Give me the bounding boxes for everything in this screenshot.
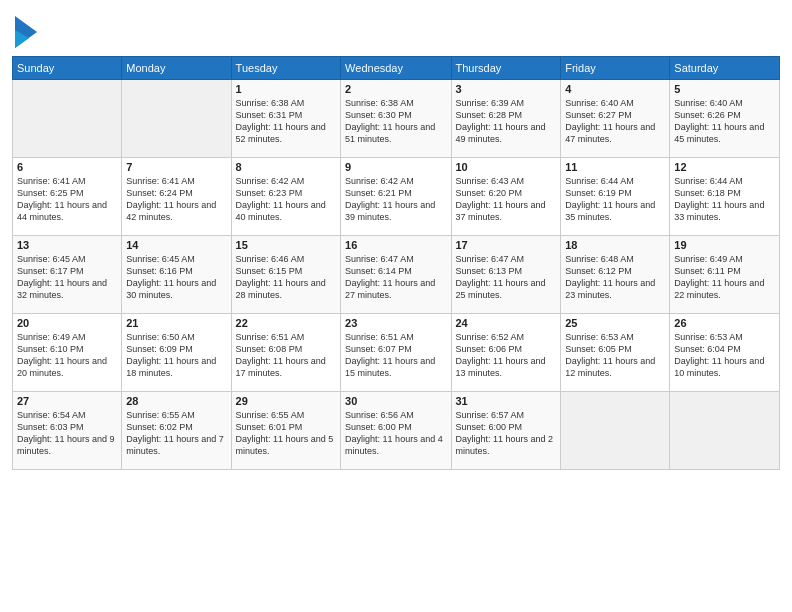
calendar-week-row: 20Sunrise: 6:49 AM Sunset: 6:10 PM Dayli… xyxy=(13,314,780,392)
calendar-cell: 28Sunrise: 6:55 AM Sunset: 6:02 PM Dayli… xyxy=(122,392,231,470)
day-info: Sunrise: 6:56 AM Sunset: 6:00 PM Dayligh… xyxy=(345,409,446,458)
weekday-header-row: SundayMondayTuesdayWednesdayThursdayFrid… xyxy=(13,57,780,80)
day-info: Sunrise: 6:45 AM Sunset: 6:17 PM Dayligh… xyxy=(17,253,117,302)
weekday-header-sunday: Sunday xyxy=(13,57,122,80)
calendar-cell: 2Sunrise: 6:38 AM Sunset: 6:30 PM Daylig… xyxy=(341,80,451,158)
day-number: 24 xyxy=(456,317,557,329)
header xyxy=(12,10,780,48)
calendar-cell xyxy=(561,392,670,470)
day-info: Sunrise: 6:55 AM Sunset: 6:02 PM Dayligh… xyxy=(126,409,226,458)
calendar-cell: 25Sunrise: 6:53 AM Sunset: 6:05 PM Dayli… xyxy=(561,314,670,392)
calendar-cell: 10Sunrise: 6:43 AM Sunset: 6:20 PM Dayli… xyxy=(451,158,561,236)
day-info: Sunrise: 6:45 AM Sunset: 6:16 PM Dayligh… xyxy=(126,253,226,302)
weekday-header-tuesday: Tuesday xyxy=(231,57,341,80)
day-info: Sunrise: 6:46 AM Sunset: 6:15 PM Dayligh… xyxy=(236,253,337,302)
day-number: 28 xyxy=(126,395,226,407)
weekday-header-wednesday: Wednesday xyxy=(341,57,451,80)
day-info: Sunrise: 6:42 AM Sunset: 6:23 PM Dayligh… xyxy=(236,175,337,224)
day-number: 9 xyxy=(345,161,446,173)
day-number: 17 xyxy=(456,239,557,251)
day-number: 7 xyxy=(126,161,226,173)
calendar-week-row: 27Sunrise: 6:54 AM Sunset: 6:03 PM Dayli… xyxy=(13,392,780,470)
day-number: 3 xyxy=(456,83,557,95)
weekday-header-saturday: Saturday xyxy=(670,57,780,80)
day-number: 10 xyxy=(456,161,557,173)
calendar-cell: 12Sunrise: 6:44 AM Sunset: 6:18 PM Dayli… xyxy=(670,158,780,236)
day-number: 22 xyxy=(236,317,337,329)
day-info: Sunrise: 6:48 AM Sunset: 6:12 PM Dayligh… xyxy=(565,253,665,302)
day-number: 29 xyxy=(236,395,337,407)
calendar-cell: 26Sunrise: 6:53 AM Sunset: 6:04 PM Dayli… xyxy=(670,314,780,392)
calendar-cell: 20Sunrise: 6:49 AM Sunset: 6:10 PM Dayli… xyxy=(13,314,122,392)
weekday-header-monday: Monday xyxy=(122,57,231,80)
day-info: Sunrise: 6:43 AM Sunset: 6:20 PM Dayligh… xyxy=(456,175,557,224)
weekday-header-thursday: Thursday xyxy=(451,57,561,80)
calendar-cell: 24Sunrise: 6:52 AM Sunset: 6:06 PM Dayli… xyxy=(451,314,561,392)
day-info: Sunrise: 6:41 AM Sunset: 6:24 PM Dayligh… xyxy=(126,175,226,224)
day-info: Sunrise: 6:57 AM Sunset: 6:00 PM Dayligh… xyxy=(456,409,557,458)
day-number: 16 xyxy=(345,239,446,251)
calendar-cell: 15Sunrise: 6:46 AM Sunset: 6:15 PM Dayli… xyxy=(231,236,341,314)
day-info: Sunrise: 6:49 AM Sunset: 6:11 PM Dayligh… xyxy=(674,253,775,302)
day-number: 25 xyxy=(565,317,665,329)
day-number: 14 xyxy=(126,239,226,251)
day-info: Sunrise: 6:42 AM Sunset: 6:21 PM Dayligh… xyxy=(345,175,446,224)
weekday-header-friday: Friday xyxy=(561,57,670,80)
day-info: Sunrise: 6:52 AM Sunset: 6:06 PM Dayligh… xyxy=(456,331,557,380)
calendar-cell: 16Sunrise: 6:47 AM Sunset: 6:14 PM Dayli… xyxy=(341,236,451,314)
page-container: SundayMondayTuesdayWednesdayThursdayFrid… xyxy=(0,0,792,478)
calendar-cell: 29Sunrise: 6:55 AM Sunset: 6:01 PM Dayli… xyxy=(231,392,341,470)
day-info: Sunrise: 6:55 AM Sunset: 6:01 PM Dayligh… xyxy=(236,409,337,458)
calendar-cell: 23Sunrise: 6:51 AM Sunset: 6:07 PM Dayli… xyxy=(341,314,451,392)
day-info: Sunrise: 6:53 AM Sunset: 6:05 PM Dayligh… xyxy=(565,331,665,380)
calendar-cell: 11Sunrise: 6:44 AM Sunset: 6:19 PM Dayli… xyxy=(561,158,670,236)
day-number: 30 xyxy=(345,395,446,407)
day-number: 1 xyxy=(236,83,337,95)
calendar-cell: 31Sunrise: 6:57 AM Sunset: 6:00 PM Dayli… xyxy=(451,392,561,470)
day-info: Sunrise: 6:38 AM Sunset: 6:30 PM Dayligh… xyxy=(345,97,446,146)
calendar-cell: 22Sunrise: 6:51 AM Sunset: 6:08 PM Dayli… xyxy=(231,314,341,392)
day-number: 18 xyxy=(565,239,665,251)
day-info: Sunrise: 6:41 AM Sunset: 6:25 PM Dayligh… xyxy=(17,175,117,224)
day-info: Sunrise: 6:51 AM Sunset: 6:07 PM Dayligh… xyxy=(345,331,446,380)
calendar-cell: 13Sunrise: 6:45 AM Sunset: 6:17 PM Dayli… xyxy=(13,236,122,314)
day-number: 6 xyxy=(17,161,117,173)
logo-icon xyxy=(15,16,37,48)
day-number: 27 xyxy=(17,395,117,407)
calendar-cell: 4Sunrise: 6:40 AM Sunset: 6:27 PM Daylig… xyxy=(561,80,670,158)
calendar-week-row: 1Sunrise: 6:38 AM Sunset: 6:31 PM Daylig… xyxy=(13,80,780,158)
day-info: Sunrise: 6:40 AM Sunset: 6:27 PM Dayligh… xyxy=(565,97,665,146)
day-number: 31 xyxy=(456,395,557,407)
day-number: 11 xyxy=(565,161,665,173)
day-info: Sunrise: 6:40 AM Sunset: 6:26 PM Dayligh… xyxy=(674,97,775,146)
calendar-cell: 6Sunrise: 6:41 AM Sunset: 6:25 PM Daylig… xyxy=(13,158,122,236)
day-number: 4 xyxy=(565,83,665,95)
calendar-cell: 18Sunrise: 6:48 AM Sunset: 6:12 PM Dayli… xyxy=(561,236,670,314)
logo xyxy=(12,14,37,48)
day-number: 20 xyxy=(17,317,117,329)
day-number: 26 xyxy=(674,317,775,329)
calendar-week-row: 13Sunrise: 6:45 AM Sunset: 6:17 PM Dayli… xyxy=(13,236,780,314)
calendar-cell xyxy=(122,80,231,158)
calendar-cell: 3Sunrise: 6:39 AM Sunset: 6:28 PM Daylig… xyxy=(451,80,561,158)
calendar-cell xyxy=(670,392,780,470)
calendar-cell: 19Sunrise: 6:49 AM Sunset: 6:11 PM Dayli… xyxy=(670,236,780,314)
day-number: 12 xyxy=(674,161,775,173)
day-info: Sunrise: 6:50 AM Sunset: 6:09 PM Dayligh… xyxy=(126,331,226,380)
calendar-table: SundayMondayTuesdayWednesdayThursdayFrid… xyxy=(12,56,780,470)
day-number: 15 xyxy=(236,239,337,251)
day-info: Sunrise: 6:39 AM Sunset: 6:28 PM Dayligh… xyxy=(456,97,557,146)
calendar-cell: 1Sunrise: 6:38 AM Sunset: 6:31 PM Daylig… xyxy=(231,80,341,158)
calendar-cell: 21Sunrise: 6:50 AM Sunset: 6:09 PM Dayli… xyxy=(122,314,231,392)
calendar-week-row: 6Sunrise: 6:41 AM Sunset: 6:25 PM Daylig… xyxy=(13,158,780,236)
calendar-cell: 27Sunrise: 6:54 AM Sunset: 6:03 PM Dayli… xyxy=(13,392,122,470)
calendar-cell: 5Sunrise: 6:40 AM Sunset: 6:26 PM Daylig… xyxy=(670,80,780,158)
day-number: 2 xyxy=(345,83,446,95)
calendar-cell: 17Sunrise: 6:47 AM Sunset: 6:13 PM Dayli… xyxy=(451,236,561,314)
day-info: Sunrise: 6:49 AM Sunset: 6:10 PM Dayligh… xyxy=(17,331,117,380)
calendar-cell: 8Sunrise: 6:42 AM Sunset: 6:23 PM Daylig… xyxy=(231,158,341,236)
day-info: Sunrise: 6:51 AM Sunset: 6:08 PM Dayligh… xyxy=(236,331,337,380)
day-info: Sunrise: 6:38 AM Sunset: 6:31 PM Dayligh… xyxy=(236,97,337,146)
day-info: Sunrise: 6:44 AM Sunset: 6:18 PM Dayligh… xyxy=(674,175,775,224)
day-number: 19 xyxy=(674,239,775,251)
